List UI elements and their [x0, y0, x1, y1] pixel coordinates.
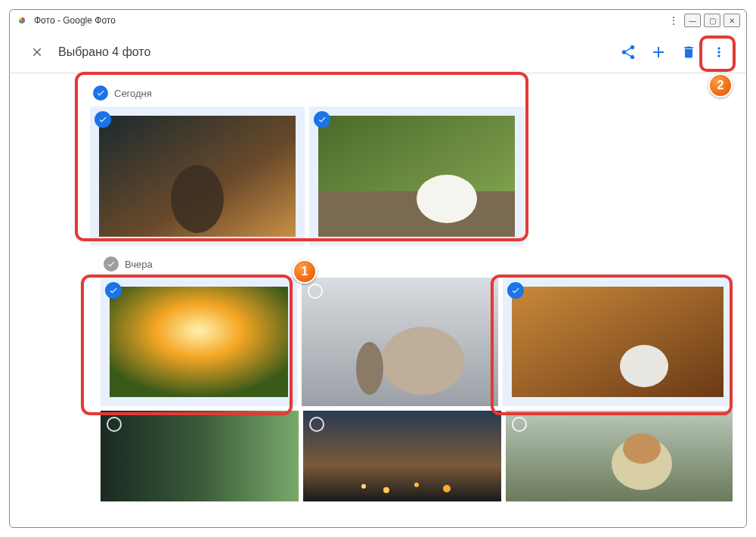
photo-thumbnail[interactable]: [506, 411, 733, 501]
app-window: Фото - Google Фото ⋮ — ▢ ✕ Выбрано 4 фот…: [9, 9, 747, 528]
close-window-button[interactable]: ✕: [723, 14, 740, 27]
checkmark-icon: [104, 256, 119, 272]
svg-rect-3: [318, 191, 515, 237]
trash-icon: [681, 45, 696, 60]
group-header-today[interactable]: Сегодня: [93, 85, 733, 101]
group-label: Вчера: [125, 259, 153, 270]
plus-icon: [649, 43, 668, 61]
share-button[interactable]: [613, 37, 643, 67]
unselected-ring-icon: [512, 417, 527, 432]
title-more-icon[interactable]: ⋮: [666, 14, 681, 26]
minimize-button[interactable]: —: [684, 14, 701, 27]
svg-point-1: [171, 165, 224, 233]
svg-rect-11: [101, 411, 299, 501]
photo-thumbnail[interactable]: [503, 278, 733, 406]
svg-point-19: [623, 433, 661, 464]
svg-point-15: [414, 483, 419, 487]
more-options-button[interactable]: [704, 37, 734, 67]
group-header-yesterday[interactable]: Вчера: [104, 256, 733, 272]
photo-thumbnail[interactable]: [309, 107, 524, 246]
share-icon: [620, 44, 637, 61]
unselected-ring-icon: [107, 417, 122, 432]
google-photos-icon: [16, 14, 28, 26]
selected-badge-icon: [105, 282, 122, 299]
photo-thumbnail[interactable]: [302, 278, 498, 406]
unselected-ring-icon: [309, 417, 324, 432]
svg-rect-9: [512, 287, 723, 397]
svg-point-8: [356, 342, 383, 395]
selected-badge-icon: [507, 282, 524, 299]
svg-point-4: [417, 175, 477, 223]
photo-thumbnail[interactable]: [303, 411, 501, 501]
checkmark-icon: [93, 85, 108, 101]
add-to-button[interactable]: [643, 37, 674, 67]
title-bar: Фото - Google Фото ⋮ — ▢ ✕: [10, 10, 746, 31]
callout-badge: 1: [293, 259, 317, 284]
photo-grid: Сегодня: [10, 73, 746, 501]
more-vert-icon: [711, 45, 727, 60]
svg-point-14: [383, 487, 389, 493]
selected-badge-icon: [94, 111, 111, 128]
svg-point-7: [381, 327, 464, 395]
delete-button[interactable]: [674, 37, 704, 67]
selection-count-label: Выбрано 4 фото: [58, 45, 150, 59]
photo-thumbnail[interactable]: [101, 411, 299, 501]
maximize-button[interactable]: ▢: [704, 14, 720, 27]
svg-point-13: [361, 484, 366, 489]
unselected-ring-icon: [308, 284, 323, 299]
callout-badge: 2: [708, 73, 733, 98]
window-title: Фото - Google Фото: [34, 15, 666, 26]
selection-toolbar: Выбрано 4 фото: [10, 31, 746, 73]
close-icon: [30, 45, 44, 59]
clear-selection-button[interactable]: [22, 37, 52, 67]
group-label: Сегодня: [114, 88, 152, 99]
selected-badge-icon: [314, 111, 330, 128]
svg-point-16: [443, 485, 451, 492]
photo-thumbnail[interactable]: [101, 278, 297, 406]
svg-rect-12: [303, 411, 501, 501]
photo-thumbnail[interactable]: [90, 107, 305, 246]
svg-point-10: [620, 345, 668, 387]
svg-rect-5: [110, 287, 288, 397]
